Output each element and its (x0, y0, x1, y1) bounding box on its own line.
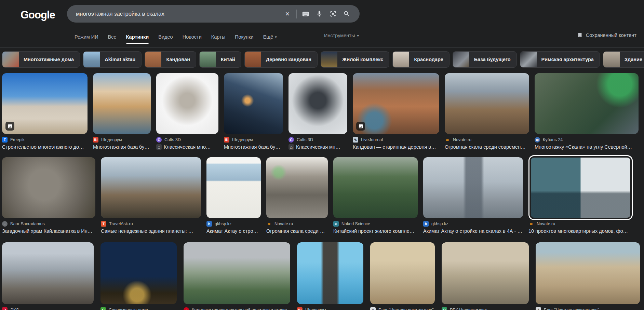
result-image[interactable] (442, 242, 529, 304)
result-title-link[interactable]: Китайский проект жилого компле… (333, 228, 418, 234)
result-image[interactable] (101, 157, 201, 218)
result-card: CCults 3D⌂Классическая мн… (289, 73, 347, 150)
result-image[interactable] (528, 155, 633, 220)
result-image[interactable] (423, 157, 523, 218)
result-image-preview (333, 157, 418, 218)
result-source-link[interactable]: ≋Novate.ru (266, 221, 328, 227)
result-title-link[interactable]: Многоэтажная база бу… (93, 144, 151, 150)
result-source-link[interactable]: –Блог Sacradamus (2, 221, 95, 227)
result-title-link[interactable]: Огромная скала среди … (266, 228, 328, 234)
result-image[interactable] (536, 242, 640, 304)
result-source-link[interactable]: ≈Naked Science (333, 221, 418, 227)
result-card: РРБК Недвижимость (442, 242, 529, 310)
result-image[interactable] (266, 157, 328, 218)
tab-news[interactable]: Новости (183, 33, 202, 41)
related-search-chip[interactable]: Римская архитектура (520, 51, 600, 68)
result-source-link[interactable]: bgkhsp.kz (206, 221, 261, 227)
tab-images[interactable]: Картинки (126, 33, 149, 41)
result-source-link[interactable]: •Комплекс градостроительной политики и с… (184, 307, 290, 310)
related-search-chip[interactable]: Кандован (145, 51, 196, 68)
result-image[interactable] (156, 73, 218, 134)
related-search-chip[interactable]: Здание (603, 51, 644, 68)
result-source-link[interactable]: РРБК Недвижимость (442, 307, 529, 310)
search-icon[interactable] (340, 7, 353, 21)
search-input[interactable] (76, 11, 281, 17)
result-source-link[interactable]: ⊕Кубань 24 (535, 137, 639, 143)
result-title-link[interactable]: Огромная скала среди современ… (445, 144, 529, 150)
tab-all[interactable]: Все (108, 33, 117, 41)
mic-icon[interactable] (312, 7, 326, 21)
saved-content-button[interactable]: Сохраненный контент (577, 32, 636, 38)
result-title-link[interactable]: Многоэтажку «Скала» на углу Северной… (535, 144, 639, 150)
google-logo[interactable]: Google (21, 9, 55, 21)
related-search-chip[interactable]: Akimat aktau (83, 51, 142, 68)
clear-icon[interactable]: × (281, 7, 294, 21)
result-source-link[interactable]: АБлог "Частная архитектура" (370, 307, 435, 310)
result-title-link[interactable]: ⌂Классическая мно… (156, 144, 218, 150)
result-image[interactable] (100, 242, 177, 304)
search-bar[interactable]: × (67, 5, 360, 23)
result-title-link[interactable]: ⌂Классическая мн… (289, 144, 347, 150)
result-title-link[interactable]: Самые ненадежные здания планеты: … (101, 228, 201, 234)
related-search-chip[interactable]: Жилой комплекс (321, 51, 389, 68)
related-search-chip[interactable]: Многоэтажные дома (2, 51, 80, 68)
result-image[interactable] (297, 242, 363, 304)
source-favicon: Э (2, 307, 8, 310)
result-image[interactable] (93, 73, 151, 134)
keyboard-icon[interactable] (299, 7, 312, 21)
result-title-link[interactable]: Кандован — старинная деревня в… (353, 144, 439, 150)
tab-video[interactable]: Видео (158, 33, 173, 41)
result-source-link[interactable]: ≋Novate.ru (445, 137, 529, 143)
result-title-link[interactable]: Акимат Актау о стройке на скалах в 4А - … (423, 228, 523, 234)
result-source-link[interactable]: ЭЭКД (2, 307, 94, 310)
lens-icon[interactable] (326, 7, 340, 21)
source-favicon: С (100, 307, 106, 310)
result-image[interactable] (445, 73, 529, 134)
result-image[interactable] (206, 157, 261, 218)
result-source-link[interactable]: АБлог "Частная архитектура" (536, 307, 640, 310)
result-image[interactable] (224, 73, 283, 134)
related-search-chip[interactable]: База будущего (453, 51, 517, 68)
source-favicon: C (289, 137, 294, 143)
tab-shopping[interactable]: Покупки (235, 33, 254, 41)
tools-dropdown[interactable]: Инструменты ▾ (324, 33, 359, 38)
source-favicon: ✎ (353, 137, 358, 143)
result-source-link[interactable]: CCults 3D (156, 137, 218, 143)
result-image[interactable] (289, 73, 347, 134)
related-search-chip[interactable]: Краснодаре (392, 51, 449, 68)
chip-label: Akimat aktau (100, 57, 141, 62)
result-source-link[interactable]: CCults 3D (289, 137, 347, 143)
source-name: ЭКД (10, 308, 19, 310)
tab-maps[interactable]: Карты (211, 33, 225, 41)
result-title-link[interactable]: Акимат Актау о стро… (206, 228, 261, 234)
result-title-link[interactable]: Загадочный храм Кайласанатха в Ин… (2, 228, 95, 234)
result-source-link[interactable]: ССовременные дома (100, 307, 177, 310)
result-image[interactable] (2, 157, 95, 218)
result-image[interactable] (535, 73, 639, 134)
result-title-link[interactable]: 10 проектов многоквартирных домов, фо… (528, 228, 633, 234)
tab-ai-mode[interactable]: Режим ИИ (75, 33, 98, 41)
source-favicon: А (370, 307, 376, 310)
tab-more[interactable]: Ещё▾ (263, 33, 277, 41)
result-source-link[interactable]: ≋Novate.ru (528, 221, 633, 227)
result-image[interactable] (370, 242, 435, 304)
result-source-link[interactable]: ШШедеврум (93, 137, 151, 143)
result-source-link[interactable]: TTravelAsk.ru (101, 221, 201, 227)
result-image[interactable] (2, 242, 94, 304)
related-search-chip[interactable]: Китай (199, 51, 241, 68)
result-title-link[interactable]: Многоэтажная база бу… (224, 144, 283, 150)
result-source-link[interactable]: FFreepik (2, 137, 88, 143)
result-title-link[interactable]: Строительство многоэтажного до… (2, 144, 88, 150)
result-image[interactable] (353, 73, 439, 134)
result-source-link[interactable]: bgkhsp.kz (423, 221, 523, 227)
result-image[interactable] (2, 73, 88, 134)
result-image[interactable] (184, 242, 290, 304)
result-source-link[interactable]: ✎LiveJournal (353, 137, 439, 143)
result-image-preview (184, 242, 290, 304)
result-source-link[interactable]: ШШедеврум (224, 137, 283, 143)
result-source-link[interactable]: ШШедеврум (297, 307, 363, 310)
photo-badge-icon (5, 122, 14, 131)
result-image[interactable] (333, 157, 418, 218)
related-search-chip[interactable]: Деревня кандован (244, 51, 318, 68)
tab-label: Ещё (263, 34, 273, 40)
